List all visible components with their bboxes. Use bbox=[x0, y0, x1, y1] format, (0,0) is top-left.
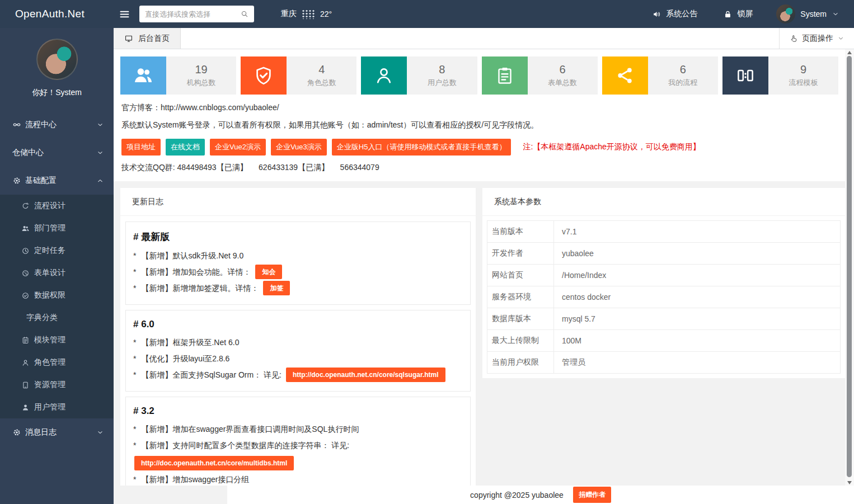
sidebar-item-form-design[interactable]: 表单设计 bbox=[0, 262, 114, 284]
clock-icon bbox=[21, 247, 30, 255]
bullet-star: * bbox=[133, 422, 136, 436]
stat-card-role-total[interactable]: 4角色总数 bbox=[241, 56, 356, 95]
sidebar-item-process-center[interactable]: 流程中心 bbox=[0, 111, 114, 139]
changelog-item: *【新增】全面支持SqlSugar Orm： 详见:http://doc.ope… bbox=[133, 368, 463, 382]
changelog-section: # 最新版*【新增】默认sdk升级.Net 9.0*【新增】增加知会功能。详情：… bbox=[125, 222, 471, 305]
param-row: 服务器环境centos docker bbox=[487, 286, 841, 308]
sidebar-item-warehouse-center[interactable]: 仓储中心 bbox=[0, 139, 114, 167]
sidebar-item-department-mgmt[interactable]: 部门管理 bbox=[0, 217, 114, 239]
weather-city: 重庆 bbox=[281, 9, 297, 19]
online-docs-button[interactable]: 在线文档 bbox=[166, 139, 205, 156]
param-row: 当前用户权限管理员 bbox=[487, 352, 841, 374]
lock-icon bbox=[723, 10, 733, 19]
profile-avatar[interactable] bbox=[36, 39, 78, 80]
check-circle-icon bbox=[21, 291, 30, 300]
sidebar-subitem-label: 定时任务 bbox=[34, 246, 65, 256]
sidebar-item-user-mgmt[interactable]: 用户管理 bbox=[0, 396, 114, 418]
scrollbar[interactable] bbox=[845, 49, 854, 486]
stat-card-my-process[interactable]: 6我的流程 bbox=[602, 56, 718, 95]
lock-screen-button[interactable]: 锁屏 bbox=[723, 9, 753, 19]
scroll-down-arrow[interactable] bbox=[847, 481, 852, 484]
quick-links: 项目地址在线文档企业Vue2演示企业Vue3演示企业版H5入口（请使用移动模式或… bbox=[121, 139, 837, 156]
param-value: yubaolee bbox=[554, 243, 841, 265]
app-logo: OpenAuth.Net bbox=[0, 8, 114, 20]
search-input[interactable] bbox=[139, 10, 235, 18]
sidebar-item-data-permission[interactable]: 数据权限 bbox=[0, 284, 114, 307]
chevron-down-icon bbox=[96, 428, 104, 436]
param-label: 当前版本 bbox=[487, 221, 554, 243]
flow-icon bbox=[722, 56, 768, 95]
page-action-button[interactable]: 页面操作 bbox=[779, 28, 854, 49]
param-value: /Home/Index bbox=[554, 265, 841, 286]
stat-card-user-total[interactable]: 8用户总数 bbox=[361, 56, 477, 95]
lock-screen-label: 锁屏 bbox=[737, 9, 753, 19]
overview-band: 19机构总数4角色总数8用户总数6表单总数6我的流程9流程模板 官方博客：htt… bbox=[114, 49, 845, 181]
h5-entry-button[interactable]: 企业版H5入口（请使用移动模式或者直接手机查看） bbox=[332, 139, 512, 156]
tab-home[interactable]: 后台首页 bbox=[114, 28, 181, 49]
sidebar-subitem-label: 表单设计 bbox=[34, 268, 65, 278]
avatar bbox=[776, 4, 795, 23]
stat-label: 机构总数 bbox=[187, 78, 216, 88]
changelog-item-text: 【新增】框架升级至.Net 6.0 bbox=[141, 335, 239, 350]
scrollbar-thumb[interactable] bbox=[847, 56, 852, 477]
sidebar-item-scheduled-tasks[interactable]: 定时任务 bbox=[0, 239, 114, 262]
sidebar-item-base-config[interactable]: 基础配置 bbox=[0, 167, 114, 195]
stat-card-process-template[interactable]: 9流程模板 bbox=[722, 56, 838, 95]
changelog-link-button[interactable]: 加签 bbox=[263, 281, 290, 295]
changelog-item: *【新增】框架升级至.Net 6.0 bbox=[133, 335, 463, 350]
param-value: mysql 5.7 bbox=[554, 308, 841, 330]
sidebar-item-dictionary-category[interactable]: 字典分类 bbox=[0, 307, 114, 329]
changelog-link-button[interactable]: 知会 bbox=[255, 265, 282, 279]
bullet-star: * bbox=[133, 281, 136, 295]
sidebar-item-label: 基础配置 bbox=[25, 176, 57, 186]
weather-widget: 重庆 22° bbox=[281, 9, 332, 19]
stat-card-body: 19机构总数 bbox=[166, 56, 236, 95]
stat-value: 6 bbox=[560, 63, 566, 76]
sidebar-item-label: 仓储中心 bbox=[12, 148, 44, 158]
stat-card-form-total[interactable]: 6表单总数 bbox=[482, 56, 598, 95]
stat-card-org-total[interactable]: 19机构总数 bbox=[120, 56, 236, 95]
donate-button[interactable]: 捐赠作者 bbox=[573, 487, 611, 503]
sidebar-subitem-label: 模块管理 bbox=[34, 335, 65, 345]
changelog-item-text: 【新增】增加在swagger界面查看接口调用时间及SQL执行时间 bbox=[141, 422, 359, 436]
copyright-text: copyright @2025 yubaolee bbox=[470, 491, 564, 500]
sidebar-item-process-design[interactable]: 流程设计 bbox=[0, 195, 114, 217]
stat-card-body: 4角色总数 bbox=[287, 56, 356, 95]
changelog-panel: 更新日志 # 最新版*【新增】默认sdk升级.Net 9.0*【新增】增加知会功… bbox=[120, 188, 476, 486]
sidebar-subitem-label: 数据权限 bbox=[34, 290, 65, 300]
panels-row: 更新日志 # 最新版*【新增】默认sdk升级.Net 9.0*【新增】增加知会功… bbox=[120, 188, 845, 486]
notebook-icon bbox=[21, 336, 30, 345]
sidebar-item-message-log[interactable]: 消息日志 bbox=[0, 418, 114, 446]
changelog-heading: # 3.2 bbox=[133, 406, 463, 417]
scroll-up-arrow[interactable] bbox=[847, 51, 852, 54]
sidebar-item-module-mgmt[interactable]: 模块管理 bbox=[0, 329, 114, 351]
sidebar-item-role-mgmt[interactable]: 角色管理 bbox=[0, 351, 114, 374]
system-params-title: 系统基本参数 bbox=[482, 188, 845, 216]
user-menu[interactable]: System bbox=[776, 4, 839, 23]
stat-label: 表单总数 bbox=[548, 78, 577, 88]
param-row: 最大上传限制100M bbox=[487, 330, 841, 352]
changelog-link-button[interactable]: http://doc.openauth.net.cn/core/multidbs… bbox=[134, 456, 294, 470]
changelog-item-text: 【新增】新增增加签逻辑。详情： bbox=[141, 281, 259, 295]
announcement-button[interactable]: 系统公告 bbox=[652, 9, 697, 19]
param-label: 开发作者 bbox=[487, 243, 554, 265]
weather-icon bbox=[301, 9, 316, 19]
param-value: v7.1 bbox=[554, 221, 841, 243]
project-address-button[interactable]: 项目地址 bbox=[121, 139, 161, 156]
hamburger-icon[interactable] bbox=[119, 8, 130, 20]
stat-card-body: 6我的流程 bbox=[648, 56, 718, 95]
main-area: 后台首页 页面操作 19机构总数4角色总数8用户总数6表单总数6我的流程9流程模… bbox=[114, 28, 854, 504]
stat-card-body: 8用户总数 bbox=[407, 56, 477, 95]
refresh-icon bbox=[21, 202, 30, 210]
search-icon[interactable] bbox=[240, 10, 249, 18]
user-outline-icon bbox=[21, 359, 30, 367]
vue3-demo-button[interactable]: 企业Vue3演示 bbox=[271, 139, 327, 156]
chevron-down-icon bbox=[96, 121, 104, 129]
changelog-link-button[interactable]: http://doc.openauth.net.cn/core/sqlsugar… bbox=[286, 368, 445, 382]
param-row: 开发作者yubaolee bbox=[487, 243, 841, 265]
topbar-right: 系统公告 锁屏 System bbox=[626, 4, 854, 23]
chevron-down-icon bbox=[832, 10, 839, 18]
sidebar-item-resource-mgmt[interactable]: 资源管理 bbox=[0, 374, 114, 396]
changelog-item-text: 【新增】增加swagger接口分组 bbox=[141, 472, 249, 486]
vue2-demo-button[interactable]: 企业Vue2演示 bbox=[210, 139, 266, 156]
